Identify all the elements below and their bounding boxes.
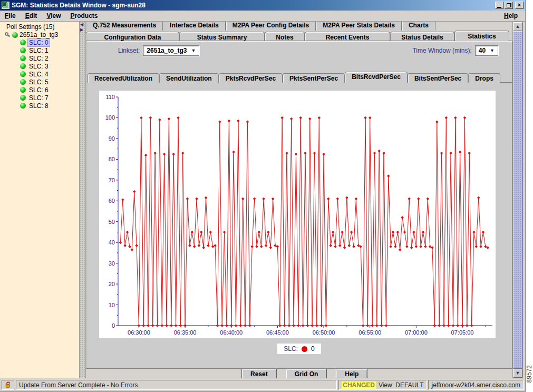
help-button[interactable]: Help — [336, 369, 367, 378]
tab-received-utilization[interactable]: ReceivedUtilization — [88, 73, 159, 83]
window-title: SGM: Statistics Details Window - sgm-sun… — [12, 2, 495, 9]
lock-icon — [5, 381, 12, 388]
tab-interface-details[interactable]: Interface Details — [163, 22, 226, 31]
linkset-combobox[interactable]: 2651a_to_tg3 ▼ — [143, 45, 199, 56]
menu-bar: File Edit View Products Help — [0, 11, 525, 22]
menu-view[interactable]: View — [42, 11, 65, 21]
tree-item-slc0[interactable]: SLC: 0 — [20, 38, 79, 46]
svg-text:70: 70 — [109, 177, 115, 183]
svg-text:40: 40 — [109, 239, 115, 246]
tab-charts[interactable]: Charts — [402, 22, 435, 31]
svg-text:60: 60 — [109, 198, 115, 204]
restore-button[interactable] — [505, 2, 513, 9]
legend-series-dot-icon — [302, 346, 307, 352]
chevron-down-icon: ▼ — [490, 48, 495, 53]
tree-item-slc2[interactable]: SLC: 2 — [20, 54, 79, 62]
tab-notes[interactable]: Notes — [265, 32, 305, 41]
svg-text:06:30:00: 06:30:00 — [128, 329, 150, 336]
tab-bits-sent-per-sec[interactable]: BitsSentPerSec — [408, 73, 468, 83]
tree-item-slc3[interactable]: SLC: 3 — [20, 62, 79, 70]
svg-text:06:35:00: 06:35:00 — [174, 329, 197, 336]
chart-legend: SLC: 0 — [277, 344, 321, 354]
tab-send-utilization[interactable]: SendUtilization — [159, 73, 219, 83]
close-icon: × — [518, 3, 521, 8]
time-window-label: Time Window (mins): — [412, 47, 471, 54]
status-ball-icon — [20, 47, 26, 53]
status-ball-icon — [20, 87, 26, 93]
restore-icon — [507, 3, 511, 7]
view-status-cell: CHANGED View: DEFAULT — [338, 380, 427, 390]
tab-recent-events[interactable]: Recent Events — [305, 32, 390, 41]
menu-help[interactable]: Help — [497, 11, 525, 21]
tab-configuration-data[interactable]: Configuration Data — [86, 32, 179, 41]
tab-m2pa-peer-stats-details[interactable]: M2PA Peer Stats Details — [316, 22, 402, 31]
tab-pkts-sent-per-sec[interactable]: PktsSentPerSec — [283, 73, 345, 83]
figure-number: 89572 — [526, 365, 533, 383]
tree-node-linkset[interactable]: 2651a_to_tg3 — [0, 31, 79, 38]
status-ball-icon — [12, 32, 18, 38]
collapse-right-icon[interactable]: ▶ — [80, 28, 83, 32]
status-ball-icon — [20, 40, 26, 45]
close-button[interactable]: × — [515, 2, 524, 9]
poll-settings-tree: Poll Settings (15) 2651a_to_tg3 SLC: 0 S… — [0, 22, 79, 378]
tree-item-slc4[interactable]: SLC: 4 — [20, 70, 79, 78]
svg-text:80: 80 — [109, 156, 115, 162]
tab-pkts-rcvd-per-sec[interactable]: PktsRcvdPerSec — [219, 73, 283, 83]
scroll-down-button[interactable]: ▼ — [513, 369, 522, 378]
app-icon — [2, 2, 9, 9]
tree-root-label[interactable]: Poll Settings (15) — [0, 22, 79, 31]
tree-item-slc1[interactable]: SLC: 1 — [20, 46, 79, 54]
time-window-combobox[interactable]: 40 ▼ — [475, 45, 498, 56]
svg-text:06:55:00: 06:55:00 — [358, 329, 381, 336]
hostname-cell: jeffmoor-w2k04.amer.cisco.com — [428, 380, 524, 390]
minimize-icon — [497, 7, 501, 8]
status-ball-icon — [20, 103, 26, 109]
split-pane-divider[interactable]: ◀ ▶ — [79, 22, 86, 378]
svg-text:07:05:00: 07:05:00 — [451, 329, 474, 336]
grid-on-button[interactable]: Grid On — [286, 369, 327, 378]
svg-text:06:45:00: 06:45:00 — [266, 329, 289, 336]
svg-text:07:00:00: 07:00:00 — [405, 329, 428, 336]
tab-bits-rcvd-per-sec[interactable]: BitsRcvdPerSec — [345, 72, 408, 83]
chart-button-row: Reset Grid On Help — [86, 369, 512, 378]
svg-text:20: 20 — [109, 281, 115, 287]
status-ball-icon — [20, 95, 26, 101]
menu-products[interactable]: Products — [66, 11, 103, 21]
menu-edit[interactable]: Edit — [21, 11, 42, 21]
minimize-button[interactable] — [495, 2, 503, 9]
tree-node-label[interactable]: 2651a_to_tg3 — [20, 31, 58, 38]
statistics-panel: Linkset: 2651a_to_tg3 ▼ Time Window (min… — [86, 41, 512, 369]
tree-item-slc8[interactable]: SLC: 8 — [20, 102, 79, 110]
tab-statistics[interactable]: Statistics — [454, 31, 509, 41]
down-arrow-icon: ▼ — [516, 371, 520, 376]
tab-drops[interactable]: Drops — [468, 73, 500, 83]
tree-item-slc6[interactable]: SLC: 6 — [20, 86, 79, 94]
tab-status-summary[interactable]: Status Summary — [179, 32, 265, 41]
tree-item-slc5[interactable]: SLC: 5 — [20, 78, 79, 86]
tab-row-1: Q.752 Measurements Interface Details M2P… — [86, 22, 512, 31]
status-ball-icon — [20, 71, 26, 77]
collapse-left-icon[interactable]: ◀ — [80, 23, 83, 27]
view-label: View: DEFAULT — [379, 381, 424, 389]
tab-q752-measurements[interactable]: Q.752 Measurements — [86, 22, 163, 31]
reset-button[interactable]: Reset — [241, 369, 277, 378]
status-lock-cell — [2, 380, 14, 390]
vertical-scrollbar[interactable]: ▲ ▼ — [512, 22, 523, 378]
legend-label: SLC: — [284, 345, 298, 352]
status-ball-icon — [20, 63, 26, 69]
svg-text:110: 110 — [105, 94, 115, 100]
tab-status-details[interactable]: Status Details — [390, 32, 454, 41]
status-message: Update From Server Complete - No Errors — [16, 380, 337, 390]
tree-item-slc7[interactable]: SLC: 7 — [20, 94, 79, 102]
title-bar: SGM: Statistics Details Window - sgm-sun… — [0, 0, 525, 11]
tree-expand-handle-icon[interactable] — [4, 32, 11, 38]
svg-text:10: 10 — [109, 302, 115, 308]
tab-m2pa-peer-config-details[interactable]: M2PA Peer Config Details — [226, 22, 316, 31]
menu-file[interactable]: File — [0, 11, 21, 21]
chart-tab-row: ReceivedUtilization SendUtilization Pkts… — [88, 72, 512, 83]
status-ball-icon — [20, 55, 26, 61]
scroll-up-button[interactable]: ▲ — [513, 22, 522, 31]
scrollbar-thumb[interactable] — [513, 31, 522, 369]
tab-row-2: Configuration Data Status Summary Notes … — [86, 31, 512, 41]
status-bar: Update From Server Complete - No Errors … — [0, 378, 525, 391]
